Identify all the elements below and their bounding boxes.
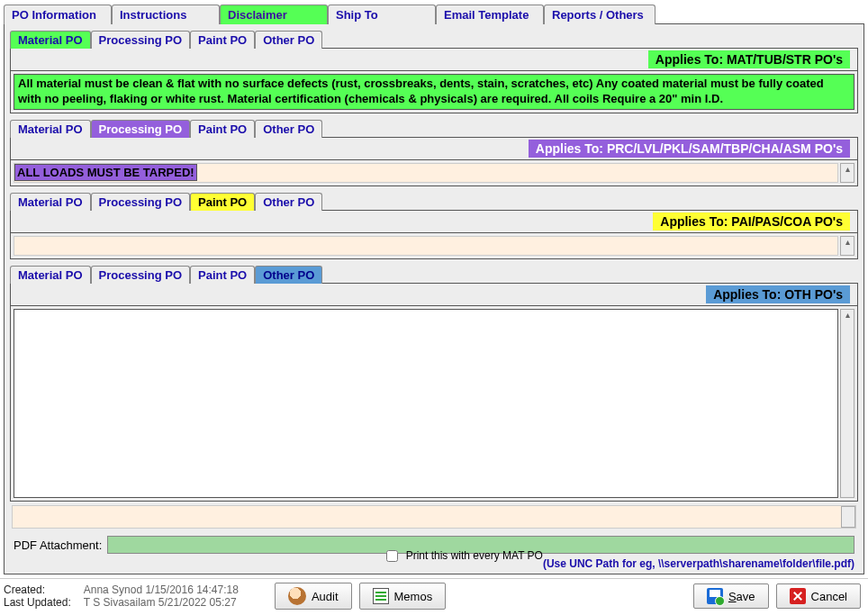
save-button[interactable]: Save — [693, 583, 769, 609]
scrollbar-lower[interactable] — [841, 506, 855, 528]
applies-other-label: Applies To: OTH PO's — [706, 285, 850, 303]
updated-label: Last Updated: — [4, 596, 71, 609]
tab-instructions[interactable]: Instructions — [112, 5, 220, 24]
top-tab-bar: PO Information Instructions Disclaimer S… — [0, 0, 868, 23]
audit-button[interactable]: Audit — [275, 583, 352, 610]
tab-email-template[interactable]: Email Template — [436, 5, 544, 24]
app-root: PO Information Instructions Disclaimer S… — [0, 0, 868, 615]
panel-material: Applies To: MAT/TUB/STR PO's All materia… — [10, 48, 858, 113]
subtab-material-po-4[interactable]: Material PO — [10, 266, 91, 284]
pdf-attachment-label: PDF Attachment: — [14, 538, 102, 552]
subtabs-processing: Material PO Processing PO Paint PO Other… — [10, 119, 858, 137]
subtab-other-po-2[interactable]: Other PO — [255, 120, 322, 138]
memo-icon — [373, 588, 389, 604]
subtabs-paint: Material PO Processing PO Paint PO Other… — [10, 192, 858, 210]
cancel-button-label: Cancel — [811, 590, 847, 603]
right-buttons: Save Cancel — [693, 583, 861, 609]
print-every-mat-checkbox[interactable] — [386, 550, 398, 562]
memos-button[interactable]: Memos — [359, 583, 447, 610]
subtabs-material: Material PO Processing PO Paint PO Other… — [10, 30, 858, 48]
subtab-paint-po-3[interactable]: Paint PO — [190, 193, 255, 211]
applies-bar-material: Applies To: MAT/TUB/STR PO's — [11, 49, 857, 71]
applies-bar-processing: Applies To: PRC/LVL/PKL/SAM/TBP/CHA/ASM … — [11, 138, 857, 160]
applies-paint-label: Applies To: PAI/PAS/COA PO's — [653, 213, 850, 231]
section-material: Material PO Processing PO Paint PO Other… — [10, 30, 858, 113]
scrollbar-paint[interactable]: ▴ — [840, 236, 854, 256]
subtab-processing-po[interactable]: Processing PO — [91, 31, 190, 49]
panel-other: Applies To: OTH PO's ▴ — [10, 283, 858, 502]
save-button-label: Save — [728, 590, 755, 603]
applies-bar-other: Applies To: OTH PO's — [11, 284, 857, 306]
section-processing: Material PO Processing PO Paint PO Other… — [10, 119, 858, 186]
disclaimer-paint-area[interactable] — [14, 236, 838, 256]
tab-disclaimer[interactable]: Disclaimer — [220, 5, 328, 24]
body-material: All material must be clean & flat with n… — [11, 71, 857, 113]
panel-processing: Applies To: PRC/LVL/PKL/SAM/TBP/CHA/ASM … — [10, 137, 858, 186]
applies-material-label: Applies To: MAT/TUB/STR PO's — [648, 50, 850, 68]
scrollbar-processing[interactable]: ▴ — [840, 163, 854, 183]
pdf-hint-row: Print this with every MAT PO (Use UNC Pa… — [14, 557, 854, 570]
lower-pale-strip — [12, 505, 856, 529]
subtab-material-po-2[interactable]: Material PO — [10, 120, 91, 138]
subtab-processing-po-3[interactable]: Processing PO — [91, 193, 190, 211]
cancel-icon — [790, 588, 806, 604]
subtab-processing-po-4[interactable]: Processing PO — [91, 266, 190, 284]
body-paint: ▴ — [11, 233, 857, 258]
tab-ship-to[interactable]: Ship To — [328, 5, 436, 24]
memos-button-label: Memos — [394, 590, 433, 603]
disclaimer-content: Material PO Processing PO Paint PO Other… — [4, 23, 864, 574]
created-value: Anna Synod 1/15/2016 14:47:18 — [84, 583, 239, 596]
footer-bar: Created: Last Updated: Anna Synod 1/15/2… — [0, 578, 868, 615]
disclaimer-other-text[interactable] — [14, 309, 838, 498]
disclaimer-material-text[interactable]: All material must be clean & flat with n… — [14, 74, 854, 110]
print-checkbox-row: Print this with every MAT PO — [383, 547, 543, 565]
print-every-mat-label: Print this with every MAT PO — [406, 549, 543, 562]
save-icon — [707, 588, 723, 604]
subtab-paint-po-2[interactable]: Paint PO — [190, 120, 255, 138]
middle-buttons: Audit Memos — [275, 583, 446, 610]
meta-block: Created: Last Updated: Anna Synod 1/15/2… — [4, 583, 239, 609]
applies-bar-paint: Applies To: PAI/PAS/COA PO's — [11, 211, 857, 233]
person-icon — [288, 587, 306, 605]
body-other: ▴ — [11, 306, 857, 501]
applies-processing-label: Applies To: PRC/LVL/PKL/SAM/TBP/CHA/ASM … — [529, 140, 850, 158]
disclaimer-processing-area[interactable]: ALL LOADS MUST BE TARPED! — [14, 163, 838, 183]
cancel-button[interactable]: Cancel — [776, 583, 861, 609]
tab-po-information[interactable]: PO Information — [4, 5, 112, 24]
created-label: Created: — [4, 583, 71, 596]
subtab-other-po[interactable]: Other PO — [255, 31, 322, 49]
panel-paint: Applies To: PAI/PAS/COA PO's ▴ — [10, 210, 858, 259]
subtab-material-po[interactable]: Material PO — [10, 31, 91, 49]
subtab-paint-po[interactable]: Paint PO — [190, 31, 255, 49]
subtabs-other: Material PO Processing PO Paint PO Other… — [10, 265, 858, 283]
scrollbar-other[interactable]: ▴ — [840, 309, 854, 498]
section-paint: Material PO Processing PO Paint PO Other… — [10, 192, 858, 259]
audit-button-label: Audit — [312, 590, 339, 603]
subtab-material-po-3[interactable]: Material PO — [10, 193, 91, 211]
disclaimer-processing-text: ALL LOADS MUST BE TARPED! — [14, 164, 197, 181]
subtab-processing-po-2[interactable]: Processing PO — [91, 120, 190, 138]
body-processing: ALL LOADS MUST BE TARPED! ▴ — [11, 160, 857, 185]
updated-value: T S Sivasailam 5/21/2022 05:27 — [84, 596, 239, 609]
tab-reports-others[interactable]: Reports / Others — [544, 5, 656, 24]
section-other: Material PO Processing PO Paint PO Other… — [10, 265, 858, 502]
pdf-unc-hint: (Use UNC Path for eg, \\serverpath\share… — [543, 557, 854, 570]
subtab-paint-po-4[interactable]: Paint PO — [190, 266, 255, 284]
subtab-other-po-3[interactable]: Other PO — [255, 193, 322, 211]
subtab-other-po-4[interactable]: Other PO — [255, 266, 322, 284]
